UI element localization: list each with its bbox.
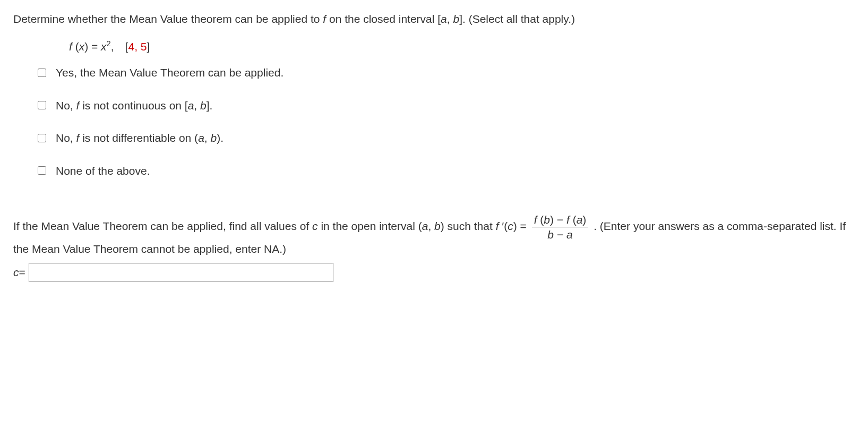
- option-3-label: No, f is not differentiable on (a, b).: [56, 130, 224, 147]
- option-4-label: None of the above.: [56, 163, 150, 180]
- prompt-b: b: [453, 13, 459, 25]
- prompt-text3: ]. (Select all that apply.): [459, 13, 575, 25]
- fraction-numerator: f (b) − f (a): [532, 214, 589, 227]
- interval-b: 5: [141, 40, 147, 53]
- checkbox-2[interactable]: [38, 101, 46, 109]
- option-3: No, f is not differentiable on (a, b).: [36, 130, 857, 147]
- interval-comma: ,: [134, 40, 141, 53]
- f-exponent: 2: [107, 39, 111, 48]
- answer-row: c =: [13, 263, 857, 282]
- prompt-text2: on the closed interval [: [326, 13, 441, 25]
- f-label: f: [69, 40, 75, 53]
- prompt-comma: ,: [447, 13, 453, 25]
- fraction-denominator: b − a: [532, 227, 589, 241]
- option-1-label: Yes, the Mean Value Theorem can be appli…: [56, 64, 283, 81]
- prompt-a: a: [441, 13, 447, 25]
- answer-label-eq: =: [19, 264, 25, 281]
- function-definition: f (x) = x2, [4, 5]: [69, 38, 857, 55]
- f-base: x: [101, 40, 107, 53]
- interval-close: ]: [147, 40, 150, 53]
- answer-input[interactable]: [29, 263, 333, 282]
- interval-sep: , [: [111, 40, 128, 53]
- part2-prompt: If the Mean Value Theorem can be applied…: [13, 214, 857, 258]
- paren-open: (: [75, 40, 79, 53]
- option-2-label: No, f is not continuous on [a, b].: [56, 97, 212, 114]
- option-2: No, f is not continuous on [a, b].: [36, 97, 857, 114]
- prompt-text: Determine whether the Mean Value theorem…: [13, 13, 323, 25]
- option-1: Yes, the Mean Value Theorem can be appli…: [36, 64, 857, 81]
- options-list: Yes, the Mean Value Theorem can be appli…: [36, 64, 857, 179]
- fraction: f (b) − f (a)b − a: [532, 214, 589, 241]
- question-prompt: Determine whether the Mean Value theorem…: [13, 11, 857, 28]
- f-var: x: [79, 40, 85, 53]
- interval-a: 4: [128, 40, 134, 53]
- mvt-equation: f ′(c) = f (b) − f (a)b − a: [496, 220, 594, 232]
- option-4: None of the above.: [36, 163, 857, 180]
- checkbox-1[interactable]: [38, 69, 46, 77]
- paren-close-eq: ) =: [84, 40, 101, 53]
- checkbox-4[interactable]: [38, 166, 46, 175]
- checkbox-3[interactable]: [38, 134, 46, 142]
- answer-label-c: c: [13, 264, 19, 281]
